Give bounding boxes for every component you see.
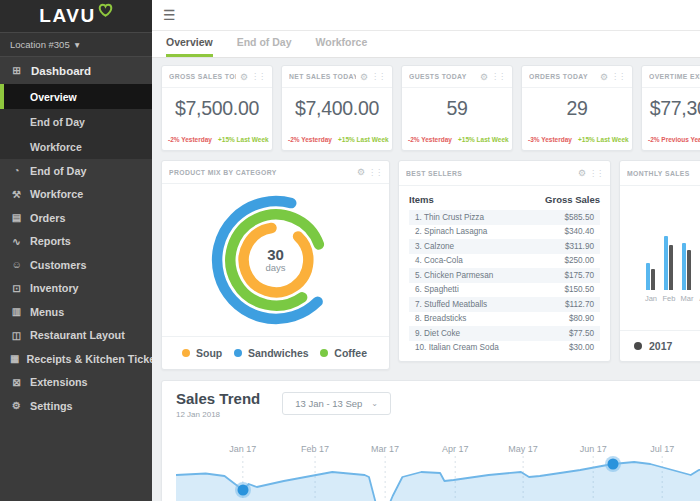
kpi-change-up: +15% Last Week bbox=[218, 136, 269, 143]
kpi-card-header: Overtime Expenditure ⚙ ⋮⋮ bbox=[642, 66, 700, 88]
sidebar-item[interactable]: ⊠ Extensions bbox=[0, 371, 152, 395]
best-sellers-title: Best Sellers bbox=[406, 170, 574, 177]
lavu-logo: LAVU bbox=[0, 0, 152, 32]
drag-handle-icon[interactable]: ⋮⋮ bbox=[371, 72, 385, 81]
sidebar-item-icon: ⚙ bbox=[10, 400, 23, 411]
item-gross-sales: $250.00 bbox=[564, 256, 594, 265]
item-name: 1. Thin Crust Pizza bbox=[415, 213, 484, 222]
sidebar-item-icon: ▤ bbox=[10, 212, 23, 223]
kpi-title: Orders Today bbox=[529, 73, 596, 80]
drag-handle-icon[interactable]: ⋮⋮ bbox=[611, 72, 625, 81]
gear-icon[interactable]: ⚙ bbox=[360, 72, 368, 82]
kpi-card: Net Sales Today ⚙ ⋮⋮ $7,400.00 -2% Yeste… bbox=[281, 65, 393, 151]
sidebar-item[interactable]: ⚒ Workforce bbox=[0, 183, 152, 207]
sidebar-item-label: Dashboard bbox=[31, 65, 91, 77]
table-row: 6. Spaghetti $150.50 bbox=[409, 283, 600, 298]
tab[interactable]: Workforce bbox=[304, 31, 380, 57]
sidebar-item-dashboard[interactable]: ⊞ Dashboard bbox=[0, 57, 152, 84]
legend-dot-icon bbox=[234, 349, 242, 357]
sidebar-item[interactable]: ▦ Receipts & Kitchen Tickets bbox=[0, 347, 152, 371]
item-name: 5. Chicken Parmesan bbox=[415, 271, 493, 280]
sidebar-subnav-item[interactable]: End of Day bbox=[0, 109, 152, 134]
sales-trend-date: 12 Jan 2018 bbox=[176, 410, 260, 419]
location-selector[interactable]: Location #305 ▾ bbox=[0, 32, 152, 57]
item-gross-sales: $112.70 bbox=[565, 300, 594, 309]
sidebar-subnav-item[interactable]: Workforce bbox=[0, 134, 152, 159]
monthly-sales-bar-chart bbox=[620, 186, 700, 290]
bar-group-feb bbox=[664, 236, 673, 290]
item-name: 10. Italian Cream Soda bbox=[415, 343, 499, 352]
legend-item: Coffee bbox=[320, 347, 367, 359]
best-sellers-card: Best Sellers ⚙ ⋮⋮ Items Gross Sales 1 bbox=[398, 160, 611, 362]
tab[interactable]: Overview bbox=[154, 31, 225, 57]
sidebar-subnav-item[interactable]: Overview bbox=[0, 84, 152, 109]
drag-handle-icon[interactable]: ⋮⋮ bbox=[368, 168, 382, 177]
dashboard-icon: ⊞ bbox=[10, 65, 23, 76]
gear-icon[interactable]: ⚙ bbox=[578, 168, 586, 178]
sidebar-item[interactable]: ⚙ Settings bbox=[0, 394, 152, 418]
lavu-dashboard-app: LAVU Location #305 ▾ ⊞ Dashboard Overvie… bbox=[0, 0, 700, 501]
drag-handle-icon[interactable]: ⋮⋮ bbox=[491, 72, 505, 81]
kpi-card: Gross Sales Today ⚙ ⋮⋮ $7,500.00 -2% Yes… bbox=[161, 65, 273, 151]
location-label: Location #305 bbox=[10, 39, 70, 50]
legend-item: Soup bbox=[182, 347, 222, 359]
sidebar-item-icon: ▥ bbox=[10, 306, 23, 317]
sidebar-item-label: Settings bbox=[30, 400, 73, 412]
sidebar: LAVU Location #305 ▾ ⊞ Dashboard Overvie… bbox=[0, 0, 152, 501]
sidebar-item-label: Extensions bbox=[30, 376, 88, 388]
sales-trend-card: Sales Trend 12 Jan 2018 13 Jan - 13 Sep … bbox=[161, 380, 700, 501]
trend-x-label: Jan 17 bbox=[229, 444, 256, 454]
trend-data-point[interactable] bbox=[237, 485, 248, 496]
kpi-footer: -2% Yesterday +15% Last Week bbox=[402, 136, 512, 150]
kpi-title: Net Sales Today bbox=[289, 73, 356, 80]
item-name: 4. Coca-Cola bbox=[415, 256, 463, 265]
date-range-selector[interactable]: 13 Jan - 13 Sep ⌄ bbox=[282, 392, 391, 415]
gear-icon[interactable]: ⚙ bbox=[600, 72, 608, 82]
gear-icon[interactable]: ⚙ bbox=[480, 72, 488, 82]
sidebar-item-icon: ⊡ bbox=[10, 283, 23, 294]
bar bbox=[682, 243, 686, 290]
sidebar-item[interactable]: ∿ Reports bbox=[0, 230, 152, 254]
sidebar-item[interactable]: ▥ Menus bbox=[0, 300, 152, 324]
item-gross-sales: $175.70 bbox=[564, 271, 594, 280]
trend-x-label: Feb 17 bbox=[301, 444, 329, 454]
product-mix-donut: 30 days bbox=[162, 184, 389, 336]
sidebar-item[interactable]: ◫ Restaurant Layout bbox=[0, 324, 152, 348]
kpi-card: Overtime Expenditure ⚙ ⋮⋮ $77,300.00 -2%… bbox=[641, 65, 700, 151]
legend-dot-icon bbox=[320, 349, 328, 357]
lavu-heart-icon bbox=[98, 3, 113, 18]
legend-label: 2017 bbox=[649, 340, 672, 352]
sidebar-item-icon: ◔ bbox=[10, 165, 23, 176]
top-bar: ☰ bbox=[152, 0, 700, 31]
kpi-card: Orders Today ⚙ ⋮⋮ 29 -3% Yesterday +15% … bbox=[521, 65, 633, 151]
bar-group-jan bbox=[646, 263, 655, 290]
widgets-row: Product Mix by Category ⚙ ⋮⋮ 30 days bbox=[161, 160, 700, 370]
sidebar-item[interactable]: ◔ End of Day bbox=[0, 159, 152, 183]
gear-icon[interactable]: ⚙ bbox=[357, 167, 365, 177]
kpi-change-down: -2% Yesterday bbox=[288, 136, 332, 143]
drag-handle-icon[interactable]: ⋮⋮ bbox=[589, 169, 603, 178]
sidebar-item[interactable]: ⊡ Inventory bbox=[0, 277, 152, 301]
lavu-logo-text: LAVU bbox=[39, 5, 95, 27]
sidebar-item-label: Reports bbox=[30, 235, 71, 247]
item-name: 7. Stuffed Meatballs bbox=[415, 300, 487, 309]
table-row: 2. Spinach Lasagna $340.40 bbox=[409, 225, 600, 240]
subnav-item-label: Workforce bbox=[30, 141, 82, 153]
hamburger-menu-icon[interactable]: ☰ bbox=[163, 8, 176, 22]
best-sellers-column-headers: Items Gross Sales bbox=[409, 188, 600, 210]
sidebar-item-label: Inventory bbox=[30, 282, 79, 294]
kpi-card-header: Net Sales Today ⚙ ⋮⋮ bbox=[282, 66, 392, 88]
bar bbox=[669, 245, 673, 290]
sidebar-item[interactable]: ▤ Orders bbox=[0, 206, 152, 230]
gear-icon[interactable]: ⚙ bbox=[240, 72, 248, 82]
table-row: 7. Stuffed Meatballs $112.70 bbox=[409, 297, 600, 312]
drag-handle-icon[interactable]: ⋮⋮ bbox=[251, 72, 265, 81]
bar-x-label: Jan bbox=[642, 294, 660, 303]
sidebar-item[interactable]: ☺ Customers bbox=[0, 253, 152, 277]
tab[interactable]: End of Day bbox=[225, 31, 304, 57]
trend-data-point[interactable] bbox=[607, 459, 618, 470]
item-gross-sales: $30.00 bbox=[569, 343, 594, 352]
kpi-footer: -2% Yesterday +15% Last Week bbox=[162, 136, 272, 150]
kpi-change-down: -3% Yesterday bbox=[528, 136, 572, 143]
sidebar-item-label: Menus bbox=[30, 306, 64, 318]
